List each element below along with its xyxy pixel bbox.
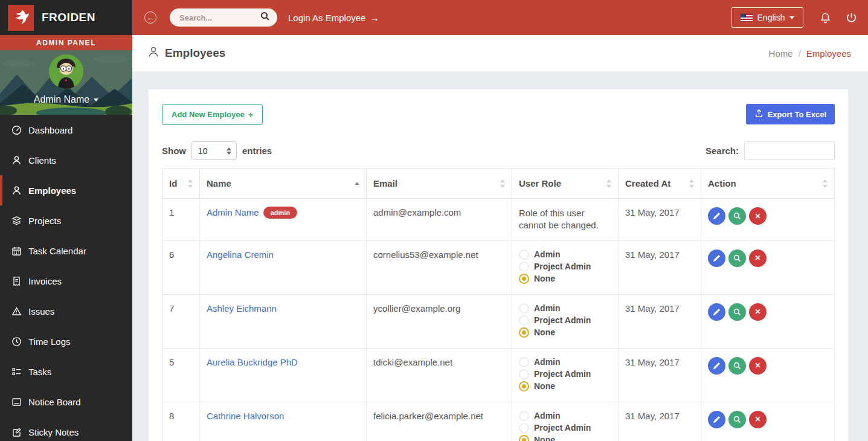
radio-icon[interactable]: [519, 249, 529, 260]
sidebar-item-issues[interactable]: Issues: [0, 296, 132, 326]
entries-select[interactable]: 10: [191, 141, 237, 160]
sort-asc-icon: [355, 179, 360, 188]
role-radio-project-admin[interactable]: Project Admin: [519, 423, 611, 433]
sticky-notes-icon: [11, 427, 22, 437]
column-header-action[interactable]: Action: [701, 169, 835, 199]
cell-user-role: Admin Project Admin None: [512, 402, 619, 441]
role-radio-none[interactable]: None: [519, 435, 611, 441]
sidebar-item-task-calendar[interactable]: Task Calendar: [0, 236, 132, 266]
edit-button[interactable]: [708, 249, 725, 267]
cell-user-role: Admin Project Admin None: [512, 240, 619, 294]
delete-button[interactable]: ✕: [749, 249, 767, 267]
view-button[interactable]: [728, 303, 746, 321]
column-header-name[interactable]: Name: [200, 169, 367, 199]
view-button[interactable]: [728, 357, 746, 375]
cell-email: felicia.parker@example.net: [367, 402, 512, 441]
cell-email: ycollier@example.org: [367, 294, 512, 348]
delete-button[interactable]: ✕: [749, 357, 767, 375]
role-radio-project-admin[interactable]: Project Admin: [519, 369, 611, 379]
topbar-right: English: [731, 7, 868, 28]
radio-icon[interactable]: [519, 357, 529, 367]
sidebar-item-clients[interactable]: Clients: [0, 145, 132, 175]
radio-icon[interactable]: [519, 303, 529, 314]
delete-button[interactable]: ✕: [749, 411, 767, 428]
power-logout-icon[interactable]: [846, 12, 857, 24]
add-new-employee-button[interactable]: Add New Employee +: [162, 104, 263, 125]
edit-button[interactable]: [708, 357, 725, 375]
radio-icon[interactable]: [519, 262, 529, 272]
sidebar-item-invoices[interactable]: Invoices: [0, 266, 132, 296]
column-header-created-at[interactable]: Created At: [619, 169, 701, 199]
global-search[interactable]: [170, 8, 277, 27]
radio-checked-icon[interactable]: [519, 274, 529, 284]
table-row: 1 Admin Nameadmin admin@example.com Role…: [162, 199, 835, 241]
employee-name-link[interactable]: Aurelia Buckridge PhD: [207, 357, 298, 367]
card-toolbar: Add New Employee + Export To Excel: [162, 104, 835, 125]
employee-name-link[interactable]: Cathrine Halvorson: [207, 411, 284, 421]
role-radio-admin[interactable]: Admin: [519, 303, 611, 314]
column-header-email[interactable]: Email: [367, 169, 512, 199]
issues-icon: [11, 306, 22, 317]
sidebar-item-employees[interactable]: Employees: [0, 175, 132, 205]
edit-button[interactable]: [708, 411, 725, 428]
sidebar-item-sticky-notes[interactable]: Sticky Notes: [0, 417, 132, 441]
breadcrumb-home-link[interactable]: Home: [769, 48, 793, 59]
radio-icon[interactable]: [519, 423, 529, 433]
employee-name-link[interactable]: Angelina Cremin: [207, 249, 274, 260]
sidebar-collapse-button[interactable]: ←: [144, 11, 156, 24]
radio-checked-icon[interactable]: [519, 435, 529, 441]
table-row: 5 Aurelia Buckridge PhD tdicki@example.n…: [162, 348, 835, 402]
column-header-user-role[interactable]: User Role: [512, 169, 619, 199]
employee-name-link[interactable]: Ashley Eichmann: [207, 303, 277, 314]
role-radio-none[interactable]: None: [519, 274, 611, 284]
employee-name-link[interactable]: Admin Name: [207, 207, 259, 217]
role-radio-admin[interactable]: Admin: [519, 357, 611, 367]
sidebar-item-time-logs[interactable]: Time Logs: [0, 326, 132, 356]
view-button[interactable]: [728, 207, 746, 225]
column-header-id[interactable]: Id: [162, 169, 200, 199]
role-radio-admin[interactable]: Admin: [519, 411, 611, 421]
brand-logo-area[interactable]: FROIDEN: [0, 0, 132, 35]
cell-name: Admin Nameadmin: [200, 199, 367, 241]
delete-button[interactable]: ✕: [749, 207, 767, 225]
export-to-excel-button[interactable]: Export To Excel: [746, 104, 835, 124]
radio-checked-icon[interactable]: [519, 381, 529, 391]
role-radio-none[interactable]: None: [519, 327, 611, 338]
edit-button[interactable]: [708, 303, 725, 321]
role-radio-none[interactable]: None: [519, 381, 611, 391]
cell-action: ✕: [701, 199, 835, 241]
table-search-input[interactable]: [744, 141, 835, 160]
profile-name-dropdown[interactable]: Admin Name: [34, 94, 98, 105]
edit-button[interactable]: [708, 207, 725, 225]
global-search-input[interactable]: [179, 13, 260, 22]
sidebar-item-projects[interactable]: Projects: [0, 205, 132, 236]
role-radio-project-admin[interactable]: Project Admin: [519, 262, 611, 272]
role-radio-admin[interactable]: Admin: [519, 249, 611, 260]
radio-icon[interactable]: [519, 411, 529, 421]
cell-action: ✕: [701, 402, 835, 441]
search-icon[interactable]: [260, 11, 270, 24]
notifications-bell-icon[interactable]: [820, 12, 831, 24]
role-radio-project-admin[interactable]: Project Admin: [519, 315, 611, 326]
view-button[interactable]: [728, 249, 746, 267]
radio-checked-icon[interactable]: [519, 327, 529, 338]
view-button[interactable]: [728, 411, 746, 428]
sidebar-item-tasks[interactable]: Tasks: [0, 356, 132, 387]
radio-icon[interactable]: [519, 315, 529, 326]
sidebar-item-dashboard[interactable]: Dashboard: [0, 115, 132, 145]
notice-board-icon: [11, 397, 22, 407]
cell-user-role: Admin Project Admin None: [512, 294, 619, 348]
task-calendar-icon: [11, 246, 22, 256]
delete-button[interactable]: ✕: [749, 303, 767, 321]
page-title: Employees: [147, 46, 225, 61]
table-row: 8 Cathrine Halvorson felicia.parker@exam…: [162, 402, 835, 441]
avatar[interactable]: [49, 54, 83, 89]
projects-icon: [11, 216, 22, 226]
radio-icon[interactable]: [519, 369, 529, 379]
cell-email: admin@example.com: [367, 199, 512, 241]
table-search-label: Search:: [706, 146, 739, 156]
login-as-employee-link[interactable]: Login As Employee →: [288, 13, 379, 23]
language-dropdown[interactable]: English: [731, 7, 803, 28]
sidebar-item-notice-board[interactable]: Notice Board: [0, 387, 132, 417]
content-area: Add New Employee + Export To Excel Show …: [132, 71, 868, 441]
